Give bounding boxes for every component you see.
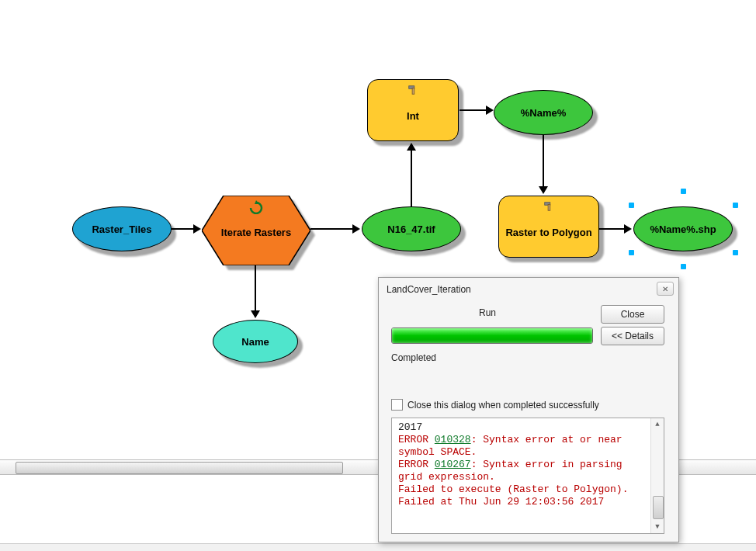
node-label: Raster_Tiles (92, 224, 151, 235)
close-icon[interactable]: ✕ (657, 282, 674, 296)
scroll-up-icon[interactable]: ▲ (651, 418, 664, 431)
connector (543, 135, 544, 188)
log-error-line: Failed at Thu Jun 29 12:03:56 2017 (398, 496, 648, 508)
error-code-link[interactable]: 010328 (435, 434, 471, 445)
log-error-line: ERROR 010267: Syntax error in parsing gr… (398, 459, 648, 483)
log-vertical-scrollbar[interactable]: ▲ ▼ (650, 418, 664, 533)
selection-handle[interactable] (733, 250, 738, 255)
close-button[interactable]: Close (601, 305, 664, 324)
log-line: 2017 (398, 421, 648, 434)
selection-handle[interactable] (629, 203, 634, 208)
log-error-line: ERROR 010328: Syntax error at or near sy… (398, 434, 648, 459)
arrowhead-icon (539, 186, 548, 194)
node-label: N16_47.tif (387, 224, 435, 235)
node-name-var[interactable]: %Name% (494, 90, 593, 135)
connector (411, 151, 412, 206)
connector (599, 228, 626, 230)
run-dialog[interactable]: LandCover_Iteration ✕ Run Close << Detai… (378, 277, 679, 542)
arrowhead-icon (407, 143, 416, 151)
error-code-link[interactable]: 010267 (435, 459, 471, 470)
selection-handle[interactable] (681, 189, 686, 194)
node-raster-tiles[interactable]: Raster_Tiles (72, 206, 172, 251)
log-error-line: Failed to execute (Raster to Polygon). (398, 483, 648, 496)
selection-handle[interactable] (733, 203, 738, 208)
node-label: Int (407, 110, 419, 122)
button-label: << Details (612, 331, 654, 341)
node-label: %Name% (521, 107, 567, 119)
arrowhead-icon (193, 224, 201, 234)
node-int-tool[interactable]: Int (367, 79, 459, 141)
connector (310, 228, 354, 230)
hammer-icon (407, 85, 418, 95)
node-label: Iterate Rasters (202, 196, 310, 269)
horizontal-scrollbar[interactable] (0, 543, 756, 551)
checkbox-icon[interactable] (391, 399, 403, 411)
node-current-raster[interactable]: N16_47.tif (362, 206, 461, 251)
node-output-shp[interactable]: %Name%.shp (633, 206, 733, 251)
arrowhead-icon (251, 310, 260, 318)
selection-handle[interactable] (681, 264, 686, 269)
arrowhead-icon (624, 224, 632, 234)
arrowhead-icon (486, 106, 494, 115)
checkbox-label: Close this dialog when completed success… (407, 400, 599, 411)
connector (459, 109, 487, 111)
log-output[interactable]: 2017 ERROR 010328: Syntax error at or ne… (391, 418, 664, 534)
scrollbar-thumb[interactable] (16, 462, 343, 474)
status-label: Completed (391, 352, 436, 363)
dialog-title: LandCover_Iteration (387, 284, 471, 295)
arrowhead-icon (352, 224, 360, 234)
scrollbar-thumb[interactable] (653, 496, 664, 519)
node-label: %Name%.shp (650, 224, 716, 235)
selection-handle[interactable] (629, 250, 634, 255)
close-on-success-checkbox[interactable]: Close this dialog when completed success… (391, 399, 599, 411)
node-name-output[interactable]: Name (213, 320, 298, 363)
button-label: Close (621, 309, 645, 320)
scroll-down-icon[interactable]: ▼ (651, 521, 664, 533)
node-iterate-rasters[interactable]: Iterate Rasters (202, 196, 310, 269)
node-label: Raster to Polygon (505, 227, 591, 238)
run-label: Run (379, 307, 596, 318)
svg-rect-4 (412, 88, 414, 94)
details-button[interactable]: << Details (601, 327, 664, 345)
progress-bar (391, 327, 593, 344)
hammer-icon (543, 201, 554, 212)
svg-rect-6 (548, 204, 550, 210)
node-raster-to-polygon[interactable]: Raster to Polygon (498, 196, 599, 258)
connector (255, 265, 256, 312)
connector (172, 228, 195, 230)
node-label: Name (241, 336, 269, 348)
